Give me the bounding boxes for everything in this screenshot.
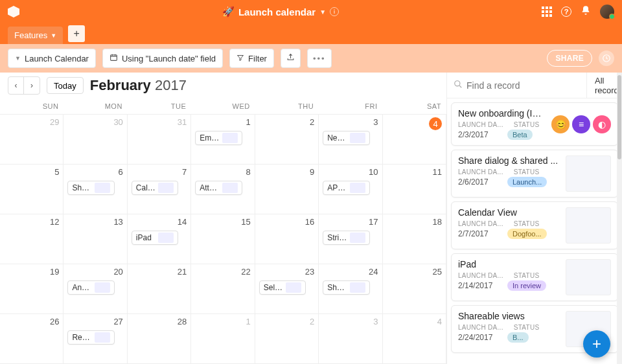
calendar-day-cell[interactable]: 26 bbox=[0, 314, 63, 364]
search-records[interactable] bbox=[447, 80, 586, 91]
day-number: 8 bbox=[195, 167, 250, 177]
rocket-icon: 🚀 bbox=[222, 6, 235, 17]
calendar-day-cell[interactable]: 24Sharea... bbox=[319, 264, 382, 314]
next-month-button[interactable]: › bbox=[24, 77, 40, 94]
calendar-day-cell[interactable]: 23Seltzer... bbox=[255, 264, 319, 314]
view-picker[interactable]: ▼ Launch Calendar bbox=[8, 49, 96, 68]
notifications-icon[interactable] bbox=[581, 5, 591, 18]
calendar-day-cell[interactable]: 3 bbox=[319, 314, 382, 364]
calendar-day-cell[interactable]: 21 bbox=[128, 264, 191, 314]
calendar-day-cell[interactable]: 18 bbox=[383, 214, 446, 264]
search-input[interactable] bbox=[466, 80, 580, 91]
calendar-day-cell[interactable]: 30 bbox=[63, 115, 127, 165]
calendar-day-cell[interactable]: 2 bbox=[255, 115, 319, 165]
status-badge: In review bbox=[507, 280, 546, 291]
dow-label: SUN bbox=[0, 98, 63, 114]
calendar-day-cell[interactable]: 19 bbox=[0, 264, 63, 314]
day-number: 3 bbox=[323, 317, 378, 326]
day-number: 2 bbox=[259, 117, 314, 127]
filter-icon bbox=[236, 54, 244, 63]
calendar-day-cell[interactable]: 4 bbox=[383, 314, 446, 364]
record-title: Shareable views bbox=[458, 311, 560, 321]
calendar-day-cell[interactable]: 4 bbox=[383, 115, 446, 165]
view-toolbar: ▼ Launch Calendar Using "Launch date" fi… bbox=[0, 44, 622, 73]
svg-point-2 bbox=[455, 81, 460, 86]
share-view-button[interactable] bbox=[281, 49, 301, 68]
day-number: 24 bbox=[323, 267, 378, 277]
calendar-event[interactable]: Reorde... bbox=[67, 330, 115, 345]
tab-features[interactable]: Features ▼ bbox=[8, 27, 63, 44]
calendar-day-cell[interactable]: 7Calend... bbox=[128, 165, 191, 214]
scrollbar-thumb[interactable] bbox=[617, 75, 621, 159]
calendar-day-cell[interactable]: 15 bbox=[191, 214, 255, 264]
calendar-event[interactable]: Android bbox=[67, 280, 115, 295]
record-card[interactable]: iPadLAUNCH DA...STATUS2/14/2017In review bbox=[451, 253, 618, 301]
calendar-day-cell[interactable]: 27Reorde... bbox=[63, 314, 127, 364]
calendar-day-cell[interactable]: 31 bbox=[128, 115, 191, 165]
calendar-day-cell[interactable]: 11 bbox=[383, 165, 446, 214]
more-options-button[interactable]: ••• bbox=[307, 49, 332, 68]
event-thumbnail bbox=[158, 233, 174, 243]
record-card[interactable]: Calendar ViewLAUNCH DA...STATUS2/7/2017D… bbox=[451, 201, 618, 249]
field-label-status: STATUS bbox=[514, 324, 540, 331]
calendar-day-cell[interactable]: 22 bbox=[191, 264, 255, 314]
calendar-event[interactable]: Embed... bbox=[195, 131, 242, 145]
calendar-day-cell[interactable]: 16 bbox=[255, 214, 319, 264]
add-table-button[interactable]: + bbox=[68, 25, 85, 42]
help-icon[interactable]: ? bbox=[561, 6, 571, 17]
calendar-event[interactable]: New o... bbox=[323, 131, 370, 145]
calendar-day-cell[interactable]: 17String ... bbox=[319, 214, 382, 264]
event-thumbnail bbox=[95, 183, 110, 193]
today-button[interactable]: Today bbox=[47, 77, 84, 94]
user-avatar[interactable] bbox=[600, 5, 614, 19]
record-card[interactable]: New onboarding (Inter...LAUNCH DA...STAT… bbox=[451, 102, 618, 146]
calendar-day-cell[interactable]: 8Attach... bbox=[191, 165, 255, 214]
scrollbar-track[interactable] bbox=[617, 73, 622, 364]
calendar-event[interactable]: Share ... bbox=[67, 181, 115, 195]
calendar-day-cell[interactable]: 3New o... bbox=[319, 115, 382, 165]
calendar-event[interactable]: Sharea... bbox=[323, 280, 370, 295]
event-thumbnail bbox=[286, 282, 301, 293]
calendar-day-cell[interactable]: 9 bbox=[255, 165, 319, 214]
field-label-status: STATUS bbox=[514, 272, 540, 279]
base-title[interactable]: 🚀 Launch calendar ▼ i bbox=[19, 6, 542, 17]
apps-grid-icon[interactable] bbox=[542, 6, 552, 17]
app-logo-icon[interactable] bbox=[8, 6, 19, 17]
calendar-day-cell[interactable]: 1Embed... bbox=[191, 115, 255, 165]
info-icon[interactable]: i bbox=[330, 7, 339, 16]
calendar-day-cell[interactable]: 20Android bbox=[63, 264, 127, 314]
day-number: 28 bbox=[132, 317, 187, 326]
calendar-day-cell[interactable]: 12 bbox=[0, 214, 63, 264]
calendar-event[interactable]: iPad bbox=[132, 231, 179, 245]
calendar-day-cell[interactable]: 13 bbox=[63, 214, 127, 264]
calendar-day-cell[interactable]: 5 bbox=[0, 165, 63, 214]
day-number: 22 bbox=[195, 267, 250, 277]
day-number: 3 bbox=[323, 117, 378, 127]
history-icon[interactable] bbox=[599, 51, 614, 66]
calendar-day-cell[interactable]: 10API Im... bbox=[319, 165, 382, 214]
calendar-day-cell[interactable]: 1 bbox=[191, 314, 255, 364]
calendar-day-cell[interactable]: 2 bbox=[255, 314, 319, 364]
chevron-down-icon: ▼ bbox=[319, 8, 326, 16]
calendar-day-cell[interactable]: 14iPad bbox=[128, 214, 191, 264]
date-field-picker[interactable]: Using "Launch date" field bbox=[102, 49, 223, 68]
calendar-event[interactable]: Seltzer... bbox=[259, 280, 306, 295]
calendar-day-cell[interactable]: 6Share ... bbox=[63, 165, 127, 214]
calendar-day-cell[interactable]: 25 bbox=[383, 264, 446, 314]
calendar-event[interactable]: Calend... bbox=[132, 181, 179, 195]
status-badge: Launch... bbox=[507, 177, 547, 187]
calendar-day-cell[interactable]: 28 bbox=[128, 314, 191, 364]
day-number: 12 bbox=[4, 217, 59, 227]
record-thumbnail bbox=[566, 155, 611, 192]
calendar-event[interactable]: Attach... bbox=[195, 181, 242, 195]
calendar-day-cell[interactable]: 29 bbox=[0, 115, 63, 165]
calendar-event[interactable]: String ... bbox=[323, 231, 370, 245]
calendar-event[interactable]: API Im... bbox=[323, 181, 370, 195]
filter-button[interactable]: Filter bbox=[229, 49, 274, 68]
record-card[interactable]: Share dialog & shared ...LAUNCH DA...STA… bbox=[451, 150, 618, 198]
add-record-button[interactable]: + bbox=[583, 330, 610, 358]
share-base-button[interactable]: SHARE bbox=[547, 50, 592, 67]
prev-month-button[interactable]: ‹ bbox=[8, 77, 24, 94]
top-bar: 🚀 Launch calendar ▼ i ? bbox=[0, 0, 622, 23]
records-list: New onboarding (Inter...LAUNCH DA...STAT… bbox=[447, 98, 622, 364]
